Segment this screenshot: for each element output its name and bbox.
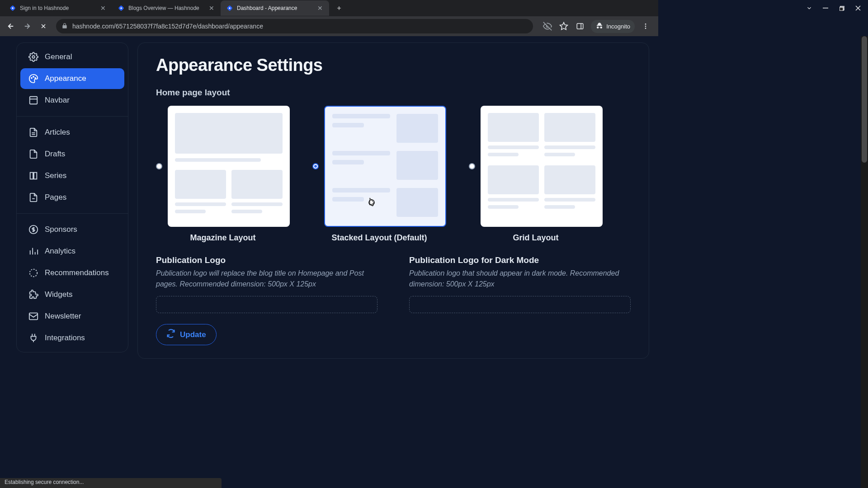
update-button[interactable]: Update <box>156 324 217 345</box>
svg-point-18 <box>33 76 34 77</box>
main-content: Appearance Settings Home page layout <box>137 42 649 359</box>
browser-menu-icon[interactable] <box>640 21 651 32</box>
svg-point-17 <box>31 78 32 79</box>
tab-close-icon[interactable]: ✕ <box>316 5 324 12</box>
radio-icon[interactable] <box>469 163 475 169</box>
browser-forward-button[interactable] <box>20 19 34 33</box>
layout-label: Magazine Layout <box>190 233 255 243</box>
browser-tab[interactable]: Blogs Overview — Hashnode ✕ <box>112 0 221 16</box>
svg-point-19 <box>35 78 36 79</box>
sidebar-item-recommendations[interactable]: Recommendations <box>20 263 124 283</box>
hashnode-favicon-icon <box>226 5 233 12</box>
bookmark-star-icon[interactable] <box>558 21 569 32</box>
sidebar-item-sponsors[interactable]: Sponsors <box>20 219 124 240</box>
browser-stop-button[interactable] <box>36 19 51 33</box>
browser-tab[interactable]: Dashboard - Appearance ✕ <box>221 0 329 16</box>
radio-icon[interactable] <box>156 163 162 169</box>
new-tab-button[interactable] <box>333 2 345 14</box>
sidebar-item-articles[interactable]: Articles <box>20 122 124 143</box>
radio-icon[interactable] <box>312 163 319 169</box>
svg-point-13 <box>645 23 646 25</box>
logo-light-title: Publication Logo <box>156 255 377 265</box>
sidebar-label: Integrations <box>45 333 85 343</box>
section-title-layout: Home page layout <box>156 88 631 98</box>
browser-chrome: Sign in to Hashnode ✕ Blogs Overview — H… <box>0 0 658 36</box>
incognito-label: Incognito <box>606 23 630 30</box>
tab-title: Dashboard - Appearance <box>237 5 313 11</box>
sidebar-item-drafts[interactable]: Drafts <box>20 144 124 164</box>
tab-close-icon[interactable]: ✕ <box>208 5 215 12</box>
logo-dark-dropzone[interactable] <box>409 296 631 313</box>
plug-icon <box>28 333 38 343</box>
sidebar-item-appearance[interactable]: Appearance <box>20 68 124 89</box>
address-url: hashnode.com/6571258037f7fa8c152d7d7e/da… <box>72 23 263 30</box>
navbar-icon <box>28 95 38 105</box>
logo-light-desc: Publication logo will replace the blog t… <box>156 268 377 290</box>
sidebar-label: Recommendations <box>45 268 109 277</box>
sidebar-label: Navbar <box>45 96 70 105</box>
layout-preview-stacked <box>324 106 446 227</box>
sidebar-item-widgets[interactable]: Widgets <box>20 284 124 305</box>
sidebar-label: Drafts <box>45 150 65 159</box>
svg-point-7 <box>120 7 122 9</box>
logo-light-dropzone[interactable] <box>156 296 377 313</box>
tab-bar: Sign in to Hashnode ✕ Blogs Overview — H… <box>0 0 658 16</box>
svg-rect-33 <box>29 313 38 320</box>
logo-dark-desc: Publication logo that should appear in d… <box>409 268 631 290</box>
pages-icon <box>28 192 38 202</box>
svg-rect-24 <box>30 173 33 179</box>
hashnode-favicon-icon <box>9 5 16 12</box>
sidebar-label: Widgets <box>45 290 72 299</box>
dollar-icon <box>28 225 38 235</box>
incognito-badge[interactable]: Incognito <box>591 20 635 33</box>
layout-label: Grid Layout <box>513 233 558 243</box>
svg-rect-20 <box>30 97 38 104</box>
sidebar-label: Newsletter <box>45 312 81 321</box>
browser-tab[interactable]: Sign in to Hashnode ✕ <box>4 0 112 16</box>
lock-icon <box>61 23 68 30</box>
update-label: Update <box>180 330 206 339</box>
sidebar-item-analytics[interactable]: Analytics <box>20 241 124 262</box>
svg-marker-10 <box>560 23 568 30</box>
svg-rect-25 <box>34 173 37 179</box>
sidebar-label: Appearance <box>45 74 86 83</box>
sidebar-label: Analytics <box>45 247 75 256</box>
sidebar-label: Pages <box>45 193 66 202</box>
tab-title: Sign in to Hashnode <box>20 5 96 11</box>
incognito-icon <box>595 22 604 31</box>
tab-title: Blogs Overview — Hashnode <box>128 5 204 11</box>
logo-dark-title: Publication Logo for Dark Mode <box>409 255 631 265</box>
layout-option-grid[interactable]: Grid Layout <box>469 106 603 243</box>
layout-preview-magazine <box>168 106 290 227</box>
svg-point-15 <box>645 28 646 29</box>
refresh-icon <box>166 329 175 340</box>
chart-icon <box>28 246 38 256</box>
layout-options: Magazine Layout <box>156 106 631 243</box>
sidebar: General Appearance Navbar Articles <box>16 42 128 352</box>
sidebar-item-general[interactable]: General <box>20 47 124 67</box>
svg-point-16 <box>32 56 35 58</box>
sidebar-label: Articles <box>45 128 70 137</box>
eye-off-icon[interactable] <box>542 21 553 32</box>
address-bar[interactable]: hashnode.com/6571258037f7fa8c152d7d7e/da… <box>56 19 533 33</box>
layout-option-magazine[interactable]: Magazine Layout <box>156 106 290 243</box>
tab-close-icon[interactable]: ✕ <box>99 5 107 12</box>
sidebar-item-pages[interactable]: Pages <box>20 187 124 208</box>
sparkle-icon <box>28 268 38 278</box>
gear-icon <box>28 52 38 62</box>
sidebar-item-series[interactable]: Series <box>20 165 124 186</box>
browser-back-button[interactable] <box>4 19 18 33</box>
app: General Appearance Navbar Articles <box>0 36 658 359</box>
layout-preview-grid <box>481 106 603 227</box>
sidebar-item-navbar[interactable]: Navbar <box>20 90 124 111</box>
sidebar-item-integrations[interactable]: Integrations <box>20 328 124 348</box>
svg-point-9 <box>229 7 231 9</box>
layout-option-stacked[interactable]: Stacked Layout (Default) <box>312 106 446 243</box>
svg-rect-11 <box>577 23 583 29</box>
sidebar-item-newsletter[interactable]: Newsletter <box>20 306 124 327</box>
puzzle-icon <box>28 290 38 300</box>
svg-point-5 <box>12 7 14 9</box>
sidebar-label: Series <box>45 171 66 180</box>
divider <box>17 116 128 117</box>
side-panel-icon[interactable] <box>575 21 585 32</box>
